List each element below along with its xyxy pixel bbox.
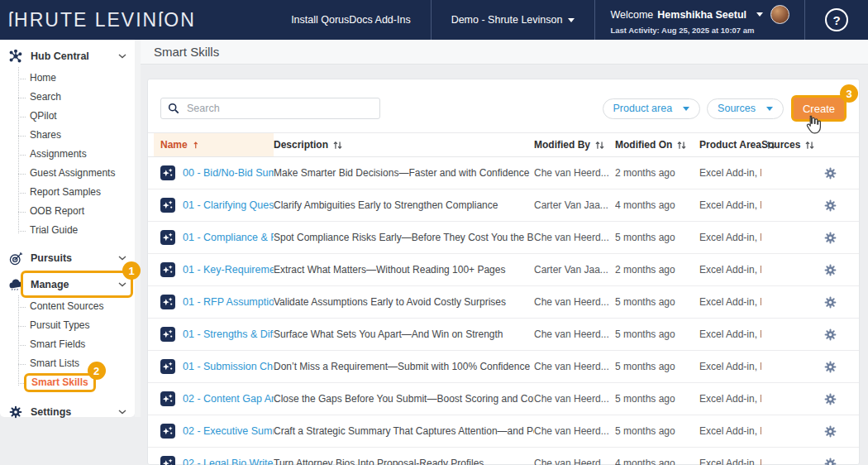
product-area: Excel Add-in, P... [699,296,761,308]
skill-description: Don’t Miss a Requirement—Submit with 100… [274,361,534,372]
skill-name-link[interactable]: 01 - Strengths & Differe... [183,328,274,340]
column-header-modified-on[interactable]: Modified On [615,139,699,151]
column-header-sources[interactable]: Sources [761,139,819,151]
welcome-label: Welcome [610,9,653,21]
modified-on: 5 months ago [615,328,699,340]
hand-cursor-icon [804,114,821,137]
user-menu[interactable]: Welcome Hemshikha Seetul Last Activity: … [595,0,804,40]
skill-name-link[interactable]: 01 - Key-Requirement Ex... [183,264,274,276]
sidebar-item-smart-lists[interactable]: Smart Lists [0,354,135,373]
product-area: Excel Add-in, P... [699,328,761,340]
column-header-product-area[interactable]: Product Area [699,139,761,151]
row-settings-gear-icon[interactable] [824,328,837,341]
sidebar-section-label: Settings [31,406,71,418]
product-area-filter-button[interactable]: Product area [603,98,701,119]
row-settings-gear-icon[interactable] [824,393,837,405]
header-nav: Install QorusDocs Add-Ins Demo - Shrute … [271,0,868,40]
column-header-name[interactable]: Name [154,133,274,156]
sidebar-section-manage[interactable]: Manage 1 [0,273,135,295]
sidebar: Hub Central Home Search QPilot Shares As… [0,40,135,417]
skill-description: Extract What Matters—Without Reading 100… [274,264,534,276]
smart-skills-panel: Product area Sources Create 3 Name [147,79,860,465]
skill-description: Craft a Strategic Summary That Captures … [274,425,534,437]
sidebar-section-pursuits[interactable]: Pursuits [0,247,135,269]
skill-name-link[interactable]: 01 - Compliance & Risk ... [183,232,274,243]
sidebar-item-trial-guide[interactable]: Trial Guide [0,221,135,240]
manage-subnav: Content Sources Pursuit Types Smart Fiel… [0,295,135,394]
skill-name-link[interactable]: 02 - Executive Summary ... [183,425,274,437]
skill-description: Spot Compliance Risks Early—Before They … [274,232,534,243]
sidebar-scrollbar[interactable] [135,40,141,417]
modified-by: Carter Van Jaa... [534,264,615,276]
sparkle-icon [160,327,175,342]
help-button[interactable]: ? [805,0,868,40]
table-row: 01 - Clarifying Question ... Clarify Amb… [148,189,859,222]
column-header-modified-by[interactable]: Modified By [534,139,615,151]
sparkle-icon [160,391,175,406]
user-name: Hemshikha Seetul [657,9,746,21]
modified-on: 5 months ago [615,232,699,243]
page-title-bar: Smart Skills [141,40,868,65]
column-header-description[interactable]: Description [274,139,534,151]
skill-description: Close the Gaps Before You Submit—Boost S… [274,393,534,405]
sidebar-section-label: Pursuits [31,252,72,264]
tenant-selector[interactable]: Demo - Shrute Levinson [432,0,595,40]
skill-name-link[interactable]: 01 - RFP Assumption Ide... [183,296,274,308]
modified-on: 4 months ago [615,199,699,211]
hub-network-icon [7,49,24,64]
sidebar-item-shares[interactable]: Shares [0,126,135,145]
column-label: Name [160,139,188,151]
row-settings-gear-icon[interactable] [824,264,837,276]
sidebar-item-smart-fields[interactable]: Smart Fields [0,335,135,354]
smart-skills-active-link[interactable]: Smart Skills [31,376,88,388]
sidebar-section-hub-central[interactable]: Hub Central [0,46,135,67]
row-settings-gear-icon[interactable] [824,296,837,309]
install-addins-link[interactable]: Install QorusDocs Add-Ins [271,0,431,40]
product-area: Excel Add-in, P... [699,361,761,372]
toolbar: Product area Sources Create 3 [148,79,859,122]
sidebar-item-search[interactable]: Search [0,88,135,107]
sidebar-item-qpilot[interactable]: QPilot [0,107,135,126]
modified-on: 5 months ago [615,425,699,437]
caret-down-icon [756,12,763,17]
search-input[interactable] [185,102,373,115]
modified-by: Che van Heerd... [534,393,615,405]
avatar[interactable] [770,5,789,24]
cloud-icon [7,278,24,291]
modified-by: Che van Heerd... [534,425,615,437]
row-settings-gear-icon[interactable] [824,199,837,212]
column-label: Modified By [534,139,590,151]
modified-by: Che van Heerd... [534,328,615,340]
skill-name-link[interactable]: 01 - Clarifying Question ... [183,199,274,211]
sidebar-section-settings[interactable]: Settings [0,401,135,423]
skill-name-link[interactable]: 02 - Content Gap Analysis [183,393,274,405]
sort-icon [677,141,686,150]
sidebar-item-assignments[interactable]: Assignments [0,145,135,164]
row-settings-gear-icon[interactable] [824,232,837,244]
skill-name-link[interactable]: 02 - Legal Bio Writer [183,458,274,465]
product-area: Excel Add-in, P... [699,264,761,276]
sidebar-item-home[interactable]: Home [0,69,135,88]
table-row: 01 - Key-Requirement Ex... Extract What … [148,254,859,286]
row-settings-gear-icon[interactable] [824,425,837,438]
sources-filter-button[interactable]: Sources [707,98,784,119]
skill-description: Turn Attorney Bios Into Proposal-Ready P… [274,458,534,465]
skill-name-link[interactable]: 01 - Submission Checklis... [183,361,274,372]
sidebar-item-pursuit-types[interactable]: Pursuit Types [0,316,135,335]
last-activity: Last Activity: Aug 25, 2025 at 10:07 am [610,26,789,35]
sidebar-item-report-samples[interactable]: Report Samples [0,183,135,202]
annotation-badge-2: 2 [88,362,106,380]
sidebar-item-oob-report[interactable]: OOB Report [0,202,135,221]
annotation-badge-1: 1 [122,261,141,280]
gear-icon [7,405,24,419]
row-settings-gear-icon[interactable] [824,167,837,180]
sort-icon [333,141,342,150]
skill-name-link[interactable]: 00 - Bid/No-Bid Summary [183,167,274,179]
sparkle-icon [160,456,175,465]
chevron-down-icon [118,282,126,287]
row-settings-gear-icon[interactable] [824,458,837,465]
sidebar-item-content-sources[interactable]: Content Sources [0,297,135,316]
sidebar-item-smart-skills[interactable]: Smart Skills 2 [0,373,135,392]
sidebar-item-guest-assignments[interactable]: Guest Assignments [0,164,135,183]
row-settings-gear-icon[interactable] [824,361,837,373]
